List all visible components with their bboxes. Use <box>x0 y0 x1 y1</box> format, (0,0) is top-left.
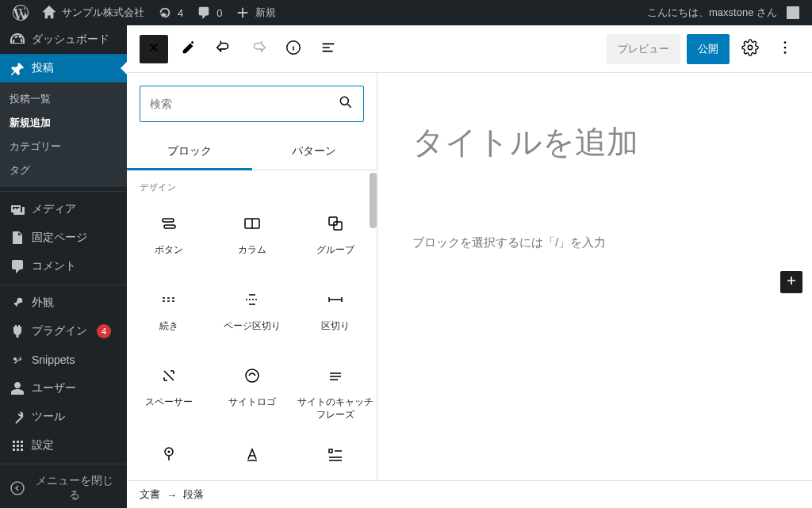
appearance-icon <box>10 295 25 311</box>
block-extra-3[interactable] <box>293 430 377 480</box>
my-account[interactable]: こんにちは、maxstone さん <box>641 0 806 25</box>
info-button[interactable] <box>279 35 308 63</box>
update-icon <box>157 5 173 21</box>
svg-point-3 <box>784 47 787 49</box>
block-label: スペーサー <box>145 396 193 409</box>
block-group[interactable]: グループ <box>293 200 377 276</box>
svg-rect-10 <box>334 222 342 230</box>
close-inserter-button[interactable] <box>140 35 168 63</box>
menu-label: ツール <box>32 410 65 424</box>
menu-label: 設定 <box>32 438 54 453</box>
plus-icon <box>235 5 251 21</box>
wp-logo[interactable] <box>6 0 35 25</box>
block-label: グループ <box>316 244 354 257</box>
menu-plugins[interactable]: プラグイン 4 <box>0 317 127 346</box>
comment-icon <box>196 5 212 21</box>
admin-sidebar: ダッシュボード 投稿 投稿一覧 新規追加 カテゴリー タグ メディア 固定ページ… <box>0 25 127 508</box>
site-name-link[interactable]: サンプル株式会社 <box>35 0 151 25</box>
spacer-icon <box>158 365 180 387</box>
tools-icon <box>10 409 25 425</box>
scrollbar-thumb[interactable] <box>370 173 377 228</box>
media-icon <box>10 201 25 217</box>
svg-point-5 <box>340 97 348 105</box>
svg-point-2 <box>784 41 787 44</box>
menu-appearance[interactable]: 外観 <box>0 288 127 317</box>
inserter-tabs: ブロック パターン <box>127 135 377 170</box>
site-name: サンプル株式会社 <box>62 6 144 20</box>
buttons-icon <box>158 212 180 235</box>
menu-label: メディア <box>32 202 76 216</box>
new-content-link[interactable]: 新規 <box>228 0 282 25</box>
submenu-all-posts[interactable]: 投稿一覧 <box>0 87 127 111</box>
undo-button[interactable] <box>209 35 238 63</box>
menu-label: プラグイン <box>32 324 87 338</box>
plus-icon <box>783 273 799 292</box>
updates-count: 4 <box>178 7 183 19</box>
menu-pages[interactable]: 固定ページ <box>0 223 127 252</box>
tab-patterns[interactable]: パターン <box>252 135 377 170</box>
svg-rect-7 <box>164 225 175 228</box>
block-page-break[interactable]: ページ区切り <box>210 276 293 352</box>
avatar <box>787 6 799 19</box>
menu-collapse[interactable]: メニューを閉じる <box>0 468 127 508</box>
block-more[interactable]: 続き <box>127 276 210 352</box>
site-logo-icon <box>241 365 263 387</box>
options-button[interactable] <box>771 35 799 63</box>
redo-button[interactable] <box>244 35 273 63</box>
publish-button[interactable]: 公開 <box>687 34 730 64</box>
updates-link[interactable]: 4 <box>151 0 190 25</box>
plugins-badge: 4 <box>97 324 111 338</box>
pin-icon <box>10 60 25 76</box>
settings-button[interactable] <box>736 35 764 63</box>
submenu-new-post[interactable]: 新規追加 <box>0 111 127 135</box>
edit-button[interactable] <box>174 35 203 63</box>
menu-label: Snippets <box>32 353 75 366</box>
collapse-icon <box>10 480 25 496</box>
menu-label: コメント <box>32 259 76 273</box>
inserter-content[interactable]: デザイン ボタン カラム グループ <box>127 170 377 480</box>
submenu-tags[interactable]: タグ <box>0 159 127 182</box>
menu-users[interactable]: ユーザー <box>0 374 127 403</box>
submenu-categories[interactable]: カテゴリー <box>0 135 127 159</box>
admin-bar: サンプル株式会社 4 0 新規 こんにちは、maxstone さん <box>0 0 812 25</box>
block-site-tagline[interactable]: サイトのキャッチフレーズ <box>293 352 377 430</box>
menu-comments[interactable]: コメント <box>0 252 127 281</box>
editor-canvas[interactable]: タイトルを追加 ブロックを選択するには「/」を入力 <box>377 73 812 480</box>
snippets-icon <box>10 352 25 368</box>
menu-tools[interactable]: ツール <box>0 403 127 431</box>
block-separator[interactable]: 区切り <box>293 276 377 352</box>
redo-icon <box>250 39 267 59</box>
svg-point-11 <box>246 369 259 382</box>
add-block-button[interactable] <box>780 271 802 293</box>
comments-link[interactable]: 0 <box>190 0 228 25</box>
block-buttons[interactable]: ボタン <box>127 200 210 276</box>
block-hint[interactable]: ブロックを選択するには「/」を入力 <box>412 235 777 250</box>
menu-dashboard[interactable]: ダッシュボード <box>0 25 127 54</box>
post-title-input[interactable]: タイトルを追加 <box>412 120 777 164</box>
breadcrumb-document[interactable]: 文書 <box>140 487 160 502</box>
block-extra-2[interactable] <box>210 430 293 480</box>
breadcrumb: 文書 → 段落 <box>127 480 812 508</box>
breadcrumb-block[interactable]: 段落 <box>183 487 204 502</box>
menu-settings[interactable]: 設定 <box>0 431 127 460</box>
dashboard-icon <box>10 32 25 48</box>
search-input[interactable] <box>150 97 338 110</box>
menu-media[interactable]: メディア <box>0 195 127 223</box>
menu-snippets[interactable]: Snippets <box>0 346 127 374</box>
users-icon <box>10 380 25 396</box>
outline-button[interactable] <box>314 35 343 63</box>
pencil-icon <box>180 39 197 59</box>
block-site-logo[interactable]: サイトロゴ <box>210 352 293 430</box>
page-icon <box>10 230 25 246</box>
search-input-wrapper[interactable] <box>140 86 364 122</box>
preview-button[interactable]: プレビュー <box>607 34 680 64</box>
block-label: サイトロゴ <box>228 396 276 409</box>
block-extra-1[interactable] <box>127 430 210 480</box>
tab-blocks[interactable]: ブロック <box>127 135 252 170</box>
svg-point-4 <box>784 52 787 54</box>
block-columns[interactable]: カラム <box>210 200 293 276</box>
block-spacer[interactable]: スペーサー <box>127 352 210 430</box>
menu-posts[interactable]: 投稿 <box>0 54 127 82</box>
list-block-icon <box>324 443 347 465</box>
site-tagline-icon <box>324 365 347 387</box>
